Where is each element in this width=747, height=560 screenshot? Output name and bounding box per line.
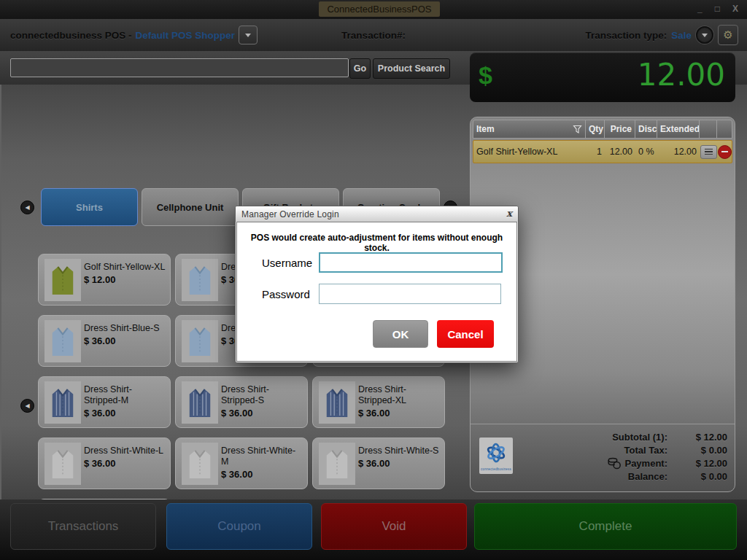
blue-shirt-icon	[49, 325, 77, 357]
column-header-blank	[700, 120, 717, 138]
dialog-title: Manager Override Login	[236, 209, 339, 219]
summary-label: Payment:	[624, 458, 667, 469]
header-bar: connectedbusiness POS - Default POS Shop…	[0, 19, 747, 52]
pos-application-window: ConnectedBusinessPOS _ □ X connectedbusi…	[0, 0, 747, 560]
product-name: Dress Shirt-Stripped-S	[221, 384, 303, 406]
product-thumbnail	[319, 381, 355, 424]
product-thumbnail	[182, 381, 218, 424]
product-card[interactable]: Dress Shirt-White-S$ 36.00	[312, 438, 445, 489]
settings-button[interactable]: ⚙	[718, 25, 738, 45]
product-info: Dress Shirt-Stripped-S$ 36.00	[221, 377, 303, 419]
product-price: $ 36.00	[84, 408, 166, 419]
summary-value: $ 12.00	[667, 432, 727, 443]
arrow-left-icon: ◀	[25, 402, 29, 409]
tab-cellphone-unit[interactable]: Cellphone Unit	[142, 188, 239, 226]
summary-row: Subtotal (1):$ 12.00	[545, 430, 727, 443]
summary-row: Total Tax:$ 0.00	[545, 443, 727, 456]
dialog-close-icon[interactable]: x	[506, 208, 512, 219]
product-info: Dress Shirt-White-M$ 36.00	[221, 438, 303, 480]
product-info: Dress Shirt-White-S$ 36.00	[358, 438, 440, 469]
username-label: Username	[262, 257, 312, 269]
ok-button[interactable]: OK	[373, 320, 428, 348]
summary-label: Balance:	[628, 471, 667, 482]
dialog-message: POS would create auto-adjustment for ite…	[237, 233, 516, 253]
summary-value: $ 0.00	[667, 445, 727, 456]
remove-item-button[interactable]	[718, 145, 732, 159]
stripe-shirt-icon	[49, 386, 77, 419]
manager-override-dialog: Manager Override Login x POS would creat…	[235, 206, 519, 363]
cancel-button[interactable]: Cancel	[437, 320, 494, 348]
product-info: Golf Shirt-Yellow-XL$ 12.00	[84, 254, 166, 285]
products-scroll-left-button[interactable]: ◀	[20, 399, 34, 413]
column-header-disc[interactable]: Disc	[635, 120, 657, 138]
dialog-titlebar: Manager Override Login x	[236, 206, 518, 222]
search-input[interactable]	[10, 58, 349, 77]
column-header-price[interactable]: Price	[605, 120, 635, 138]
blue-shirt-icon	[186, 264, 214, 296]
product-search-button[interactable]: Product Search	[373, 58, 450, 79]
product-thumbnail	[182, 443, 218, 485]
product-thumbnail	[44, 320, 81, 362]
username-field[interactable]	[319, 252, 503, 273]
white-shirt-icon	[186, 448, 214, 480]
item-details-button[interactable]	[700, 145, 717, 159]
product-info: Dress Shirt-White-L$ 36.00	[84, 438, 166, 469]
complete-button[interactable]: Complete	[474, 503, 737, 550]
order-summary: connectedbusiness Subtotal (1):$ 12.00To…	[471, 424, 735, 491]
cart-item-price: 12.00	[605, 147, 635, 157]
product-card[interactable]: Dress Shirt-White-M$ 36.00	[175, 438, 308, 489]
blue-shirt-icon	[186, 325, 214, 357]
summary-value: $ 12.00	[667, 458, 727, 469]
transactions-button[interactable]: Transactions	[10, 503, 156, 550]
coupon-button[interactable]: Coupon	[166, 503, 312, 550]
tabs-scroll-left-button[interactable]: ◀	[20, 201, 34, 214]
product-price: $ 12.00	[84, 274, 166, 285]
password-field[interactable]	[319, 284, 501, 304]
cart-item-qty: 1	[586, 147, 605, 157]
product-thumbnail	[182, 259, 218, 301]
window-title: ConnectedBusinessPOS	[319, 1, 440, 17]
product-info: Dress Shirt-Blue-S$ 36.00	[84, 316, 166, 346]
product-thumbnail	[44, 259, 81, 301]
dialog-content: POS would create auto-adjustment for ite…	[236, 222, 517, 362]
product-card[interactable]: Dress Shirt-Stripped-S$ 36.00	[175, 376, 308, 428]
filter-funnel-icon[interactable]	[573, 125, 582, 134]
maximize-icon[interactable]: □	[715, 4, 720, 14]
product-card[interactable]: Dress Shirt-Blue-S$ 36.00	[38, 315, 171, 367]
summary-label: Total Tax:	[624, 445, 667, 456]
product-info: Dress Shirt-Stripped-XL$ 36.00	[358, 377, 440, 419]
minus-icon	[721, 151, 728, 152]
void-button[interactable]: Void	[321, 503, 467, 550]
cart-row[interactable]: Golf Shirt-Yellow-XL112.000 %12.00	[473, 140, 732, 163]
transaction-type-label: Transaction type:	[585, 30, 667, 41]
amount-display: $ 12.00	[470, 52, 735, 102]
golf-shirt-icon	[49, 264, 77, 296]
close-icon[interactable]: X	[732, 4, 738, 14]
product-name: Dress Shirt-Stripped-XL	[358, 384, 440, 406]
summary-value: $ 0.00	[667, 471, 727, 482]
summary-row: Balance:$ 0.00	[545, 470, 727, 483]
product-card[interactable]: Dress Shirt-Stripped-XL$ 36.00	[312, 376, 445, 428]
transaction-type-value[interactable]: Sale	[671, 30, 692, 41]
product-name: Dress Shirt-Stripped-M	[84, 384, 166, 406]
product-card[interactable]: Golf Shirt-Yellow-XL$ 12.00	[38, 254, 171, 306]
product-card[interactable]: Dress Shirt-White-L$ 36.00	[38, 438, 171, 489]
tab-shirts[interactable]: Shirts	[41, 188, 138, 226]
product-name: Dress Shirt-White-M	[221, 446, 303, 467]
cart-item-name: Golf Shirt-Yellow-XL	[473, 147, 586, 157]
currency-sign: $	[479, 61, 492, 90]
cart-item-extended: 12.00	[657, 147, 700, 157]
product-thumbnail	[44, 381, 81, 424]
transaction-type-dropdown-button[interactable]	[696, 26, 713, 44]
minimize-icon[interactable]: _	[697, 4, 703, 14]
column-header-extended[interactable]: Extended	[657, 120, 700, 138]
stripe-shirt-icon	[186, 386, 214, 419]
product-name: Golf Shirt-Yellow-XL	[84, 262, 166, 273]
white-shirt-icon	[323, 448, 351, 480]
go-button[interactable]: Go	[349, 58, 371, 79]
transaction-type-group: Transaction type: Sale ⚙	[585, 19, 738, 51]
cart-table-header: ItemQtyPriceDiscExtended	[473, 120, 732, 139]
column-header-qty[interactable]: Qty	[586, 120, 605, 138]
product-card[interactable]: Dress Shirt-Stripped-M$ 36.00	[38, 376, 171, 428]
column-header-item[interactable]: Item	[473, 120, 586, 138]
